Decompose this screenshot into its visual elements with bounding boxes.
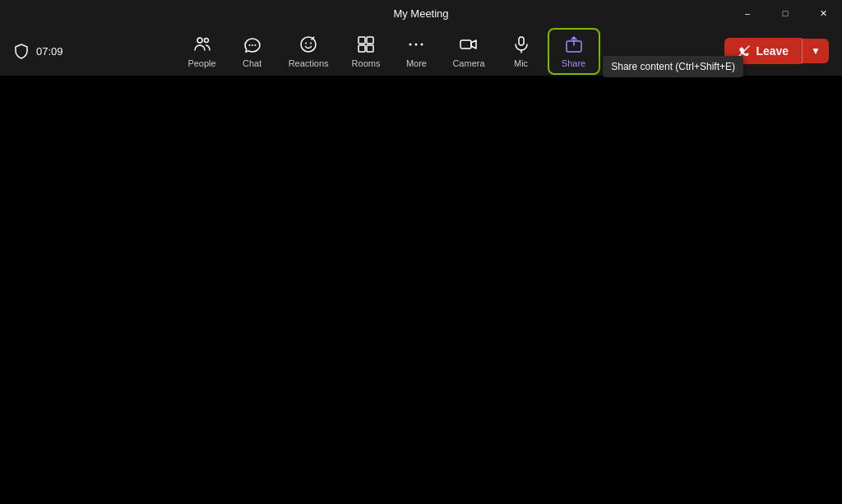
more-label: More xyxy=(406,58,427,68)
svg-rect-17 xyxy=(519,37,524,45)
rooms-icon xyxy=(356,35,376,57)
svg-rect-9 xyxy=(359,37,365,44)
window-controls: – □ ✕ xyxy=(729,0,842,26)
svg-rect-11 xyxy=(359,45,365,52)
timer-display: 07:09 xyxy=(36,45,63,58)
mic-button[interactable]: Mic xyxy=(498,31,544,72)
svg-point-2 xyxy=(248,44,250,46)
reactions-icon xyxy=(298,35,318,57)
people-label: People xyxy=(187,58,215,68)
share-tooltip: Share content (Ctrl+Shift+E) xyxy=(603,56,743,77)
svg-point-3 xyxy=(252,44,253,46)
camera-button[interactable]: Camera xyxy=(442,31,494,72)
svg-point-7 xyxy=(310,42,312,44)
svg-rect-16 xyxy=(460,40,471,49)
people-icon xyxy=(192,35,212,57)
svg-point-15 xyxy=(421,43,423,45)
title-bar: My Meeting – □ ✕ xyxy=(0,0,842,26)
chat-label: Chat xyxy=(243,58,261,68)
svg-point-14 xyxy=(415,43,418,45)
meeting-timer-area: 07:09 xyxy=(13,43,63,59)
svg-point-4 xyxy=(254,44,256,46)
svg-rect-12 xyxy=(367,45,373,52)
svg-point-13 xyxy=(409,43,412,45)
close-button[interactable]: ✕ xyxy=(804,0,842,26)
shield-icon xyxy=(13,43,30,59)
people-button[interactable]: People xyxy=(178,31,225,72)
more-icon xyxy=(406,35,426,57)
svg-point-5 xyxy=(301,37,316,52)
reactions-label: Reactions xyxy=(289,58,329,68)
svg-point-0 xyxy=(197,38,202,43)
camera-label: Camera xyxy=(452,58,484,68)
reactions-button[interactable]: Reactions xyxy=(279,31,339,72)
mic-icon xyxy=(511,35,531,57)
chat-icon xyxy=(243,35,262,57)
more-button[interactable]: More xyxy=(393,31,439,72)
rooms-button[interactable]: Rooms xyxy=(342,31,391,72)
share-icon xyxy=(564,35,584,57)
share-label: Share xyxy=(562,58,585,68)
leave-dropdown-button[interactable]: ▼ xyxy=(802,39,829,63)
camera-icon xyxy=(459,35,479,57)
share-highlight: Share xyxy=(548,28,600,75)
leave-label: Leave xyxy=(756,44,789,58)
svg-point-1 xyxy=(204,38,208,42)
svg-point-6 xyxy=(305,42,307,44)
chat-button[interactable]: Chat xyxy=(229,31,275,72)
main-content xyxy=(0,76,842,504)
mic-label: Mic xyxy=(514,58,528,68)
share-button[interactable]: Share xyxy=(551,31,597,72)
share-button-wrapper: Share xyxy=(548,28,600,75)
svg-rect-10 xyxy=(367,37,373,44)
maximize-button[interactable]: □ xyxy=(766,0,804,26)
rooms-label: Rooms xyxy=(352,58,381,68)
svg-point-8 xyxy=(313,36,315,38)
window-title: My Meeting xyxy=(393,7,448,20)
minimize-button[interactable]: – xyxy=(729,0,766,26)
